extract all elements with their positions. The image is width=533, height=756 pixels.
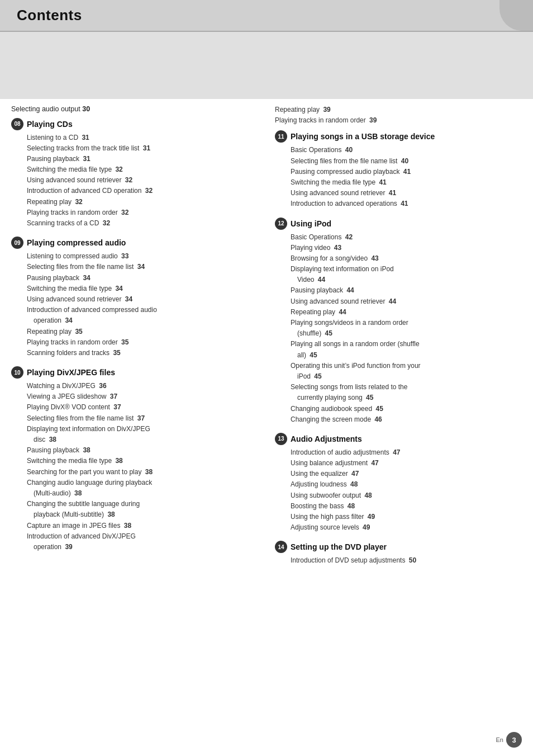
top-band: [0, 32, 533, 99]
section-08-items: Listening to a CD 31 Selecting tracks fr…: [11, 133, 258, 229]
section-10-items: Watching a DivX/JPEG 36 Viewing a JPEG s…: [11, 381, 258, 552]
list-item: Selecting files from the file name list …: [27, 262, 258, 272]
content-area: Selecting audio output 30 08 Playing CDs…: [0, 99, 533, 585]
list-item: Selecting files from the file name list …: [27, 413, 258, 424]
list-item: Selecting songs from lists related to th…: [291, 382, 522, 393]
list-item: disc 38: [27, 434, 258, 445]
section-12-header: 12 Using iPod: [275, 218, 522, 230]
list-item: Introduction of DVD setup adjustments 50: [291, 555, 522, 566]
list-item: Scanning folders and tracks 35: [27, 348, 258, 358]
section-11: 11 Playing songs in a USB storage device…: [275, 130, 522, 209]
list-item: Introduction of audio adjustments 47: [291, 447, 522, 458]
list-item: operation 34: [27, 315, 258, 326]
section-09-title: Playing compressed audio: [27, 238, 126, 247]
list-item: Repeating play 44: [291, 307, 522, 318]
section-14-items: Introduction of DVD setup adjustments 50: [275, 555, 522, 566]
list-item: Playing songs/videos in a random order: [291, 318, 522, 328]
list-item: Switching the media file type 38: [27, 456, 258, 466]
list-item: currently playing song 45: [291, 393, 522, 403]
list-item: Scanning tracks of a CD 32: [27, 218, 258, 229]
list-item: Capture an image in JPEG files 38: [27, 521, 258, 531]
list-item: Playing DivX® VOD content 37: [27, 402, 258, 413]
list-item: Using advanced sound retriever 32: [27, 175, 258, 186]
section-11-items: Basic Operations 40 Selecting files from…: [275, 145, 522, 209]
right-intro-items: Repeating play 39 Playing tracks in rand…: [275, 105, 522, 126]
page: Contents Selecting audio output 30 08 Pl…: [0, 0, 533, 756]
list-item: Introduction of advanced compressed audi…: [27, 305, 258, 315]
list-item: Video 44: [291, 275, 522, 285]
section-11-title: Playing songs in a USB storage device: [291, 132, 435, 141]
list-item: iPod 45: [291, 371, 522, 382]
list-item: Using advanced sound retriever 44: [291, 296, 522, 307]
list-item: Introduction to advanced operations 41: [291, 199, 522, 209]
list-item: Switching the media file type 34: [27, 284, 258, 294]
list-item: Selecting files from the file name list …: [291, 156, 522, 167]
section-09-header: 09 Playing compressed audio: [11, 237, 258, 249]
header-decoration: [499, 0, 533, 31]
list-item: Adjusting source levels 49: [291, 522, 522, 533]
header: Contents: [0, 0, 533, 32]
right-column: Repeating play 39 Playing tracks in rand…: [272, 105, 522, 574]
section-13-items: Introduction of audio adjustments 47 Usi…: [275, 447, 522, 533]
list-item: Viewing a JPEG slideshow 37: [27, 391, 258, 402]
section-12-title: Using iPod: [291, 219, 331, 228]
list-item: playback (Multi-subtitle) 38: [27, 509, 258, 520]
list-item: Changing audio language during playback: [27, 478, 258, 488]
section-09-number: 09: [11, 237, 23, 249]
section-14-title: Setting up the DVD player: [291, 542, 387, 551]
intro-selecting-audio: Selecting audio output 30: [11, 105, 258, 115]
list-item: (Multi-audio) 38: [27, 488, 258, 499]
section-08: 08 Playing CDs Listening to a CD 31 Sele…: [11, 118, 258, 229]
list-item: Pausing playback 31: [27, 154, 258, 164]
list-item: Listening to a CD 31: [27, 133, 258, 143]
list-item: Boosting the bass 48: [291, 501, 522, 512]
list-item: Using the equalizer 47: [291, 469, 522, 479]
list-item: Repeating play 39: [275, 105, 522, 115]
list-item: Repeating play 35: [27, 327, 258, 337]
section-14-header: 14 Setting up the DVD player: [275, 541, 522, 553]
list-item: Introduction of advanced DivX/JPEG: [27, 531, 258, 542]
list-item: Selecting tracks from the track title li…: [27, 143, 258, 154]
list-item: Operating this unit’s iPod function from…: [291, 361, 522, 371]
list-item: Pausing playback 34: [27, 273, 258, 284]
list-item: Watching a DivX/JPEG 36: [27, 381, 258, 391]
list-item: Using subwoofer output 48: [291, 490, 522, 501]
list-item: operation 39: [27, 542, 258, 552]
page-num: 30: [82, 105, 90, 113]
list-item: Pausing playback 38: [27, 445, 258, 456]
page-title: Contents: [17, 7, 82, 24]
section-10: 10 Playing DivX/JPEG files Watching a Di…: [11, 366, 258, 552]
left-column: Selecting audio output 30 08 Playing CDs…: [11, 105, 266, 574]
section-08-header: 08 Playing CDs: [11, 118, 258, 130]
section-12: 12 Using iPod Basic Operations 42 Playin…: [275, 218, 522, 425]
list-item: Switching the media file type 32: [27, 164, 258, 175]
list-item: all) 45: [291, 350, 522, 361]
list-item: Playing tracks in random order 39: [275, 115, 522, 126]
section-11-header: 11 Playing songs in a USB storage device: [275, 130, 522, 143]
list-item: Listening to compressed audio 33: [27, 251, 258, 262]
section-14-number: 14: [275, 541, 287, 553]
section-13-number: 13: [275, 433, 287, 445]
footer: En 3: [496, 732, 522, 748]
list-item: Basic Operations 40: [291, 145, 522, 155]
section-13: 13 Audio Adjustments Introduction of aud…: [275, 433, 522, 533]
list-item: Using balance adjustment 47: [291, 458, 522, 469]
list-item: Repeating play 32: [27, 197, 258, 207]
list-item: Displaying text information on iPod: [291, 264, 522, 275]
list-item: Changing the subtitle language during: [27, 499, 258, 509]
footer-page: 3: [506, 732, 522, 748]
list-item: Adjusting loudness 48: [291, 479, 522, 490]
footer-lang: En: [496, 736, 503, 743]
section-13-header: 13 Audio Adjustments: [275, 433, 522, 445]
section-14: 14 Setting up the DVD player Introductio…: [275, 541, 522, 566]
list-item: Using advanced sound retriever 41: [291, 188, 522, 199]
section-10-number: 10: [11, 366, 23, 379]
list-item: Browsing for a song/video 43: [291, 253, 522, 264]
list-item: Playing tracks in random order 32: [27, 207, 258, 218]
list-item: Changing audiobook speed 45: [291, 404, 522, 414]
section-08-title: Playing CDs: [27, 120, 73, 129]
list-item: Searching for the part you want to play …: [27, 467, 258, 478]
list-item: Changing the screen mode 46: [291, 414, 522, 425]
section-08-number: 08: [11, 118, 23, 130]
section-12-items: Basic Operations 42 Playing video 43 Bro…: [275, 232, 522, 425]
